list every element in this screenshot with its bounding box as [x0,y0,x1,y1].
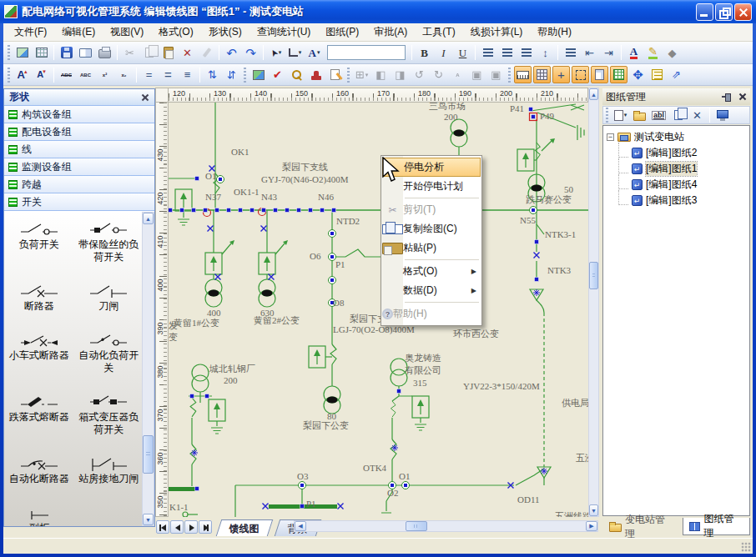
shape-knife-switch[interactable]: 刀闸 [74,282,144,313]
tree-item-drawing-3[interactable]: [编辑]图纸3 [617,193,748,208]
previous-page-button[interactable] [170,520,184,534]
double-strikethrough-button[interactable]: ABC [77,66,94,83]
menu-item-2[interactable]: 视图(V) [103,23,151,42]
scrollbar-thumb[interactable] [143,435,154,474]
delete-button[interactable]: ✕ [179,44,196,62]
tree-item-drawing-2[interactable]: [编辑]图纸4 [617,177,748,193]
shape-fused-load-switch[interactable]: 带保险丝的负荷开关 [74,220,144,263]
flip-vertical-button[interactable]: ◨ [391,66,409,83]
vertical-text-button[interactable]: ↕ [537,44,554,62]
copy-button[interactable] [140,44,158,62]
scrollbar-thumb[interactable] [589,262,598,289]
page-properties-button[interactable] [648,66,666,83]
menu-item-5[interactable]: 查询统计(U) [249,23,319,42]
shape-auxiliary-cabinet[interactable]: 副柜 [4,504,74,526]
tree-item-drawing-1[interactable]: [编辑]图纸1 [617,161,748,177]
rotate-text-button[interactable]: A [449,66,466,83]
text-tool-button[interactable]: A▾ [305,44,323,62]
menu-item-4[interactable]: 形状(S) [201,23,249,42]
increase-indent-button[interactable]: ⇥ [600,44,617,62]
pin-icon[interactable] [722,92,732,102]
print-preview-button[interactable] [77,44,94,62]
space-before-button[interactable]: ⇅ [204,66,221,83]
app-icon[interactable] [4,5,18,18]
restore-button[interactable] [715,3,733,21]
line-spacing-single-button[interactable]: = [140,66,158,83]
scroll-down-icon[interactable]: ▼ [589,504,598,516]
toolbar-grip[interactable] [508,68,511,83]
menu-format[interactable]: 格式(O)▶ [382,262,481,281]
fill-color-button[interactable]: ◆ [663,44,681,62]
canvas-horizontal-scrollbar[interactable]: ◀ ▶ [294,520,598,532]
align-shapes-button[interactable]: ⊞▾ [353,66,370,83]
menu-item-0[interactable]: 文件(F) [7,23,54,42]
shapes-scrollbar[interactable]: ▲ ▼ [142,212,154,526]
line-spacing-double-button[interactable]: = [159,66,177,83]
italic-button[interactable]: I [435,44,452,62]
edit-note-button[interactable] [326,66,344,83]
open-drawing-button[interactable] [631,107,648,124]
shape-group-lines[interactable]: 线 [4,141,154,158]
toggle-ruler-button[interactable] [514,66,532,83]
flip-horizontal-button[interactable]: ◧ [372,66,390,83]
spell-check-button[interactable]: ✔ [269,66,286,83]
undo-button[interactable]: ↶ [223,44,240,62]
find-button[interactable] [288,66,305,83]
copy-drawing-button[interactable] [669,107,687,124]
toggle-connection-points-button[interactable] [610,66,627,83]
toolbar-grip[interactable] [606,108,608,123]
menu-item-3[interactable]: 格式(O) [151,23,200,42]
shape-group-distribution[interactable]: 配电设备组 [4,123,154,141]
approval-stamp-button[interactable] [307,66,325,83]
font-color-button[interactable]: A [625,44,643,62]
shrink-font-button[interactable]: A▾ [33,66,50,83]
bold-button[interactable]: B [416,44,433,62]
canvas-vertical-scrollbar[interactable]: ▲ ▼ [588,88,599,517]
scroll-left-icon[interactable]: ◀ [295,521,306,531]
tab-drawings-management[interactable]: 图纸管理 [683,518,750,535]
toolbar-grip[interactable] [8,45,10,60]
menu-item-8[interactable]: 工具(T) [415,23,462,42]
shape-automated-load-switch[interactable]: 自动化负荷开关 [74,331,144,374]
tab-substation-management[interactable]: 变电站管理 [602,518,681,535]
print-button[interactable] [96,44,113,62]
toggle-grid-button[interactable] [533,66,551,83]
highlight-button[interactable]: ✎ [644,44,662,62]
shape-load-switch[interactable]: 负荷开关 [4,220,74,263]
pan-zoom-button[interactable]: ✥ [629,66,647,83]
group-button[interactable]: ▣ [468,66,486,83]
shape-group-monitoring[interactable]: 监测设备组 [4,158,154,176]
menu-item-6[interactable]: 图纸(P) [318,23,366,42]
collapse-icon[interactable] [607,133,614,141]
menu-item-10[interactable]: 帮助(H) [530,23,579,42]
shape-circuit-breaker[interactable]: 断路器 [4,282,74,313]
panel-close-icon[interactable] [738,93,747,101]
zoom-combobox[interactable] [327,45,406,60]
scroll-up-icon[interactable]: ▲ [143,213,154,224]
first-page-button[interactable] [156,520,169,534]
scroll-up-icon[interactable]: ▲ [589,88,598,100]
menu-data[interactable]: 数据(D)▶ [382,281,481,300]
connector-arrows-button[interactable]: ⇗ [668,66,685,83]
toggle-guides-button[interactable]: + [552,66,570,83]
ungroup-button[interactable]: ▣ [487,66,505,83]
menu-copy-drawing[interactable]: 复制绘图(C) [382,219,481,238]
insert-picture-button[interactable] [249,66,267,83]
menu-item-9[interactable]: 线损计算(L) [463,23,531,42]
shape-box-transformer-load-switch[interactable]: 箱式变压器负荷开关 [74,393,144,436]
next-page-button[interactable] [184,520,198,534]
align-right-button[interactable] [517,44,535,62]
connector-tool-button[interactable]: ▾ [286,44,304,62]
toggle-pagebreaks-button[interactable] [591,66,608,83]
space-after-button[interactable]: ⇅ [223,66,240,83]
shape-station-ground-knife[interactable]: 站房接地刀闸 [74,454,144,485]
toolbar-grip[interactable] [244,68,246,83]
format-painter-button[interactable] [198,44,215,62]
menu-paste[interactable]: 粘贴(P) [382,238,481,258]
diagram-canvas[interactable]: 三鸟市场200P41P49OK1O1梨园下支线GYJ-70(N46-O2)400… [169,103,588,517]
scrollbar-thumb[interactable] [406,521,427,531]
shape-automated-breaker[interactable]: 自动化断路器 [4,454,74,485]
scroll-down-icon[interactable]: ▼ [143,514,154,525]
shape-trolley-breaker[interactable]: 小车式断路器 [4,331,74,374]
shape-group-crossings[interactable]: 跨越 [4,176,154,193]
